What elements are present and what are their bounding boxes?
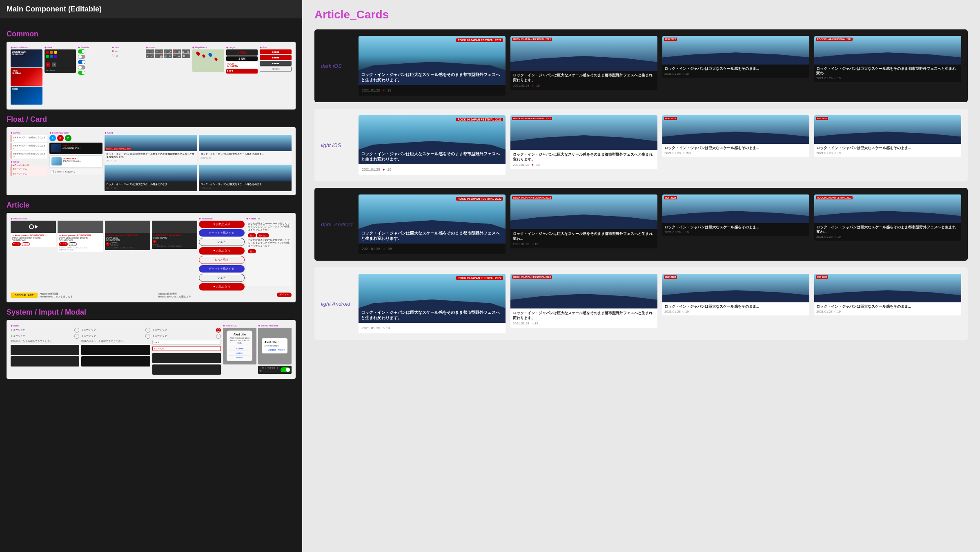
article-btn-share2[interactable]: シェア [199, 274, 244, 282]
toggle-on-2[interactable] [78, 60, 110, 64]
toggle-on-3[interactable] [78, 71, 110, 75]
article-btn-ticket[interactable]: チケットを購入する [199, 229, 244, 237]
mini-btn-red-4[interactable]: ♥ [153, 240, 156, 243]
btn-red-full[interactable]: ■■■■■ [260, 49, 292, 54]
avatar-1[interactable]: A [49, 135, 56, 141]
article-block-2[interactable]: rockstar. presents COUNTDOWN JAPAN 21/22… [58, 221, 103, 252]
map-marks-group: ◆ MapMarks [192, 46, 224, 72]
mini-btn-red-2[interactable]: ♥ いいね [59, 242, 68, 246]
radio-btn-5[interactable] [216, 328, 221, 333]
tts-btn-2[interactable]: 良くない [257, 233, 269, 237]
toggle-off-1[interactable] [78, 55, 110, 59]
dark-ios-card-3[interactable]: RJF 2022 ロック・イン・ジャパンは巨大なスケール感をそのまま... 20… [662, 36, 809, 78]
text-input-error[interactable]: エラー入力 [152, 346, 221, 351]
text-input-1[interactable]: 1 〜 5 [152, 340, 221, 345]
tts-btn-1[interactable]: 良い [248, 233, 256, 237]
icon-home: ⌂ [146, 49, 150, 54]
article-btn-more[interactable]: もっと見る [199, 256, 244, 264]
mini-btn-outline-2[interactable]: シェア [69, 242, 77, 246]
light-ios-card-2[interactable]: ROCK IN JAPAN FESTIVAL 2022 ロック・イン・ジャパンは… [510, 115, 657, 169]
radio-btn-1[interactable] [74, 328, 79, 333]
dark-android-card-4[interactable]: ROCK IN JAPAN FESTIVAL 2022 ロック・イン・ジャパンは… [814, 194, 961, 241]
like-heart[interactable]: ♥19 [112, 49, 144, 53]
article-btn-fav2[interactable]: ♥ お気に入り [199, 247, 244, 255]
dark-ios-card-4[interactable]: ROCK IN JAPAN FESTIVAL 2022 ロック・イン・ジャパンは… [814, 36, 961, 82]
light-ios-card-4[interactable]: RJF 2022 ロック・イン・ジャパンは巨大なスケール感をそのまま... 20… [814, 115, 961, 157]
article-btn-favorite[interactable]: ♥ お気に入り [199, 221, 244, 228]
modal-android-cancel[interactable]: Action [268, 349, 276, 351]
mini-btn-outline[interactable]: シェア [22, 242, 30, 246]
card-item-2[interactable]: ロック・イン・ジャパンは巨大なスケール感をそのまま... 2021.01.28 [199, 135, 292, 163]
btn-gray-mini[interactable]: ● [52, 63, 56, 67]
mini-btn-red[interactable]: ♥ いいね [12, 242, 21, 246]
article-thumb-group: ◆ ArticleThumb COUNTDOWNJAPAN 20/21 ROCK… [11, 46, 42, 105]
light-ios-card-large[interactable]: ROCK IN JAPAN FESTIVAL 2022 ロック・イン・ジャパンは… [359, 115, 506, 175]
tts-btn-3[interactable]: 良い [248, 249, 256, 253]
radio-btn-3[interactable] [145, 328, 150, 333]
card-item-4[interactable]: ロック・イン・ジャパンは巨大なスケール感をそのまま... 2021.01.28 [199, 165, 292, 191]
toggle-on-1[interactable] [78, 49, 110, 54]
modal-android-confirm[interactable]: Action [278, 349, 285, 351]
article-block-1[interactable]: rockstar. presents COUNTDOWN JAPAN 21/22… [11, 221, 56, 247]
light-android-card-4[interactable]: RJF 2022 ロック・イン・ジャパンは巨大なスケール感をそのまま... 20… [814, 274, 961, 315]
btn-red-2[interactable]: ■■■■■ [260, 55, 292, 60]
like-heart-outline[interactable]: ♡19 [112, 54, 144, 58]
modal-action-1[interactable]: Action [229, 347, 250, 350]
modal-android-preview: Alert title Alert message Action Action [258, 328, 292, 364]
icons-group: ◆ Icons ⌂ ⌕ ☺ ♪ ≡ ↗ 🔖 ★ ▶ ⚙ ✕ ✓ [146, 46, 190, 58]
radio-btn-2[interactable] [74, 334, 79, 339]
checkbox[interactable] [51, 170, 54, 173]
dark-android-tag-4: ROCK IN JAPAN FESTIVAL 2022 [816, 196, 853, 199]
btn-red-mini[interactable]: ● [46, 63, 50, 67]
article-btn-submit[interactable]: ガイドへ [277, 293, 292, 297]
light-android-card-large[interactable]: ROCK IN JAPAN FESTIVAL 2022 ロック・イン・ジャパンは… [359, 274, 506, 333]
logo-rock: ROCKIN JAPAN [226, 62, 258, 68]
dark-ios-card-4-body: ロック・イン・ジャパンは巨大なスケール感をそのまま都市型野外フェスへと生まれ変わ… [814, 65, 961, 82]
article-btn-share[interactable]: シェア [199, 238, 244, 246]
article-btn-fav3[interactable]: ♥ お気に入り [199, 283, 244, 291]
news-list: おすすめのフェスを紹介してください おすすめのフェスを紹介してください おすすめ… [11, 135, 47, 159]
dark-ios-card-2[interactable]: ROCK IN JAPAN FESTIVAL 2022 ロック・イン・ジャパンは… [510, 36, 657, 90]
thumb-blue[interactable]: ROCK [11, 87, 42, 105]
light-ios-card-3[interactable]: RJF 2022 ロック・イン・ジャパンは巨大なスケール感をそのまま... 20… [662, 115, 809, 157]
radio-btn-6[interactable] [216, 334, 221, 339]
news-column: ◆ News おすすめのフェスを紹介してください おすすめのフェスを紹介してくだ… [11, 131, 47, 176]
icon-edit: ✏ [177, 54, 181, 58]
mini-btn-outline-3[interactable]: シェア [110, 242, 118, 246]
light-android-card-2[interactable]: ROCK IN JAPAN FESTIVAL 2022 ロック・イン・ジャパンは… [510, 274, 657, 328]
dark-ios-card-large[interactable]: ROCK IN JAPAN FESTIVAL 2022 ロック・イン・ジャパンは… [359, 36, 506, 96]
float-section: ◆ News おすすめのフェスを紹介してください おすすめのフェスを紹介してくだ… [7, 127, 296, 195]
toggle-android[interactable] [281, 367, 290, 372]
light-ios-tag-4: RJF 2022 [816, 117, 828, 120]
btn-outline-full[interactable]: □□□□□ [260, 67, 292, 72]
radio-btn-4[interactable] [145, 334, 150, 339]
article-block-4[interactable]: JAPAN'S NEXT JAILACKING... COUNTDOWN ♥ a… [152, 221, 197, 249]
card-item-1[interactable]: ROCK IN JAPAN FESTIVAL 2022 ロック・イン・ジャパンは… [105, 135, 197, 163]
light-android-card-3[interactable]: RJF 2022 ロック・イン・ジャパンは巨大なスケール感をそのまま... 20… [662, 274, 809, 315]
card-item-3[interactable]: ロック・イン・ジャパンは巨大なスケール感をそのまま... 2021.01.28 [105, 165, 197, 191]
floating-object-column: ◆ FloatingObject A B C JAPAN'S NEXT JAIL… [49, 131, 102, 174]
checkbox-item[interactable]: このセットを確認する [49, 169, 102, 174]
logo-countdown: 2122 [226, 69, 258, 74]
avatar-3[interactable]: C [65, 135, 71, 141]
avatar-2[interactable]: B [57, 135, 64, 141]
dark-android-card-large[interactable]: ROCK IN JAPAN FESTIVAL 2022 ロック・イン・ジャパンは… [359, 194, 506, 254]
dark-android-card-2[interactable]: ROCK IN JAPAN FESTIVAL 2022 ロック・イン・ジャパンは… [510, 194, 657, 248]
article-block-3[interactable]: rockstar. presents COUNTDOWN JAPAN 21/22… [105, 221, 150, 250]
modal-action-2[interactable]: Action [229, 352, 250, 354]
light-ios-card-1-body: 2021.01.28 ♥ 19 [359, 164, 506, 175]
thumb-dark[interactable]: COUNTDOWNJAPAN 20/21 [11, 49, 42, 67]
light-ios-tag-3: RJF 2022 [664, 117, 677, 120]
input-desc: 地域のポイントを確認できてください。 [11, 340, 79, 343]
dark-android-card-3[interactable]: RJF 2022 ロック・イン・ジャパンは巨大なスケール感をそのまま... 20… [662, 194, 809, 236]
thumb-red[interactable]: ROCKIN JAPAN [11, 68, 42, 86]
icon-share: ↗ [168, 49, 172, 54]
modal-action-3[interactable]: Action [229, 356, 250, 359]
mini-btn-red-3[interactable]: ♥ [106, 242, 109, 246]
article-block-2-group: ◆ rockstar. presents COUNTDOWN JAPAN 21/… [58, 217, 103, 291]
toggle-off-2[interactable] [78, 65, 110, 69]
btn-dark[interactable]: ■■■■■ [260, 61, 292, 66]
dark-ios-tag-3: RJF 2022 [664, 38, 677, 41]
icon-arrow: → [155, 54, 159, 58]
article-btn-buy[interactable]: チケットを購入する [199, 265, 244, 273]
